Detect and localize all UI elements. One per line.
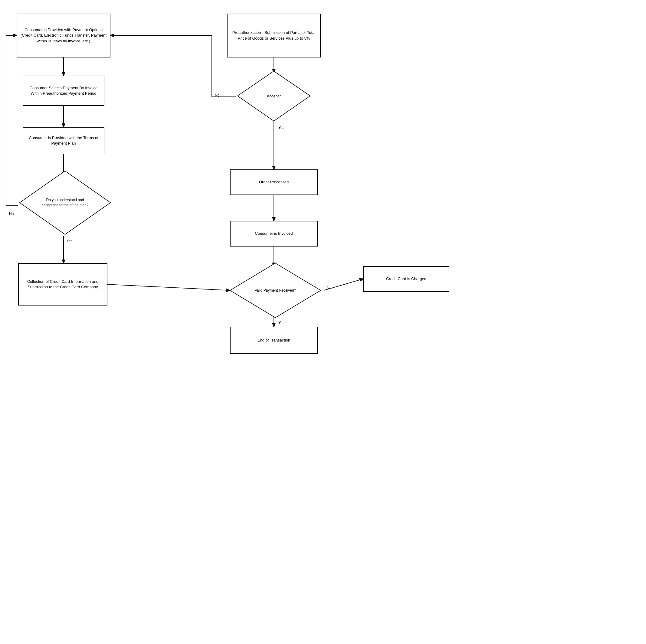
terms-payment-plan-label: Consumer is Provided with the Terms of P… (26, 135, 101, 146)
accept-diamond: Accept? (236, 70, 312, 123)
svg-marker-17 (20, 171, 110, 234)
yes-understand-label: Yes (67, 239, 73, 243)
no-accept-label: No (215, 93, 219, 97)
preauthorization-box: Preauthorization - Submission of Partial… (227, 14, 321, 57)
no-valid-payment-label: No (327, 286, 331, 290)
yes-valid-payment-label: Yes (279, 320, 285, 325)
terms-payment-plan-box: Consumer is Provided with the Terms of P… (23, 127, 104, 154)
valid-payment-diamond-shape (228, 262, 322, 319)
credit-card-charged-label: Credit Card is Charged (386, 276, 426, 282)
no-understand-label: No (9, 212, 14, 216)
order-processed-label: Order Processed (259, 179, 289, 185)
svg-line-7 (107, 284, 230, 290)
collection-cc-box: Collection of Credit Card Information an… (18, 263, 107, 305)
accept-diamond-shape (236, 70, 312, 123)
selects-payment-label: Consumer Selects Payment By Invoice With… (26, 85, 101, 96)
flowchart: Consumer is Provided with Payment Option… (0, 0, 646, 644)
payment-options-label: Consumer is Provided with Payment Option… (20, 27, 107, 44)
understand-terms-diamond: Do you understand and accept the terms o… (18, 169, 112, 236)
yes-accept-label: Yes (279, 126, 285, 130)
order-processed-box: Order Processed (230, 169, 318, 195)
preauthorization-label: Preauthorization - Submission of Partial… (230, 30, 318, 41)
consumer-invoiced-label: Consumer is Invoiced (255, 231, 293, 236)
consumer-invoiced-box: Consumer is Invoiced (230, 221, 318, 247)
end-of-transaction-box: End of Transaction (230, 327, 318, 354)
svg-marker-18 (237, 71, 310, 121)
collection-cc-label: Collection of Credit Card Information an… (21, 279, 104, 290)
credit-card-charged-box: Credit Card is Charged (363, 266, 449, 292)
selects-payment-box: Consumer Selects Payment By Invoice With… (23, 76, 104, 106)
payment-options-box: Consumer is Provided with Payment Option… (17, 14, 110, 57)
valid-payment-diamond: Valid Payment Received? (228, 262, 322, 319)
svg-marker-19 (230, 263, 321, 317)
understand-terms-diamond-shape (18, 169, 112, 236)
end-of-transaction-label: End of Transaction (257, 338, 290, 343)
